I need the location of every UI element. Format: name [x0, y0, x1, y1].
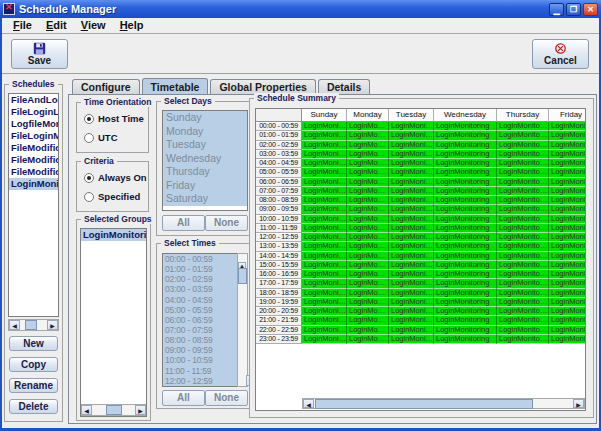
- time-item[interactable]: 07:00 - 07:59: [163, 325, 247, 335]
- scroll-left-arrow[interactable]: ◀: [81, 405, 92, 415]
- summary-row-label[interactable]: 21:00 - 21:59: [256, 316, 302, 325]
- summary-cell[interactable]: LoginMonitoring: [347, 178, 389, 187]
- summary-cell[interactable]: LoginMonitoring: [549, 168, 585, 177]
- summary-cell[interactable]: LoginMonitoring: [347, 307, 389, 316]
- summary-cell[interactable]: LoginMonitoring: [302, 298, 347, 307]
- menu-help[interactable]: Help: [113, 18, 151, 33]
- summary-row-label[interactable]: 01:00 - 01:59: [256, 131, 302, 140]
- summary-cell[interactable]: LoginMonitoring: [549, 279, 585, 288]
- day-item[interactable]: Wednesday: [163, 152, 247, 166]
- summary-cell[interactable]: LoginMonitoring: [347, 159, 389, 168]
- summary-cell[interactable]: LoginMonitoring: [434, 335, 497, 344]
- summary-row-label[interactable]: 12:00 - 12:59: [256, 233, 302, 242]
- menu-edit[interactable]: Edit: [39, 18, 74, 33]
- delete-button[interactable]: Delete: [9, 399, 58, 414]
- summary-cell[interactable]: LoginMonitoring: [497, 252, 549, 261]
- day-item[interactable]: Monday: [163, 125, 247, 139]
- summary-cell[interactable]: LoginMonitoring: [389, 178, 434, 187]
- summary-cell[interactable]: LoginMonitoring: [434, 122, 497, 131]
- summary-cell[interactable]: LoginMonitoring: [497, 298, 549, 307]
- summary-cell[interactable]: LoginMonitoring: [389, 122, 434, 131]
- groups-h-scrollbar[interactable]: ◀ ▶: [81, 404, 146, 416]
- summary-cell[interactable]: LoginMonitoring: [497, 150, 549, 159]
- schedule-list-item[interactable]: FileModificatio: [9, 142, 58, 154]
- summary-row-label[interactable]: 13:00 - 13:59: [256, 242, 302, 251]
- summary-cell[interactable]: LoginMonitoring: [497, 335, 549, 344]
- radio-utc[interactable]: UTC: [84, 132, 118, 143]
- time-item[interactable]: 10:00 - 10:59: [163, 355, 247, 365]
- time-item[interactable]: 00:00 - 00:59: [163, 254, 247, 264]
- summary-cell[interactable]: LoginMonitoring: [549, 150, 585, 159]
- summary-cell[interactable]: LoginMonitoring: [347, 205, 389, 214]
- summary-row-label[interactable]: 22:00 - 22:59: [256, 326, 302, 335]
- summary-cell[interactable]: LoginMonitoring: [347, 326, 389, 335]
- scroll-thumb[interactable]: [238, 268, 247, 284]
- summary-cell[interactable]: LoginMonitoring: [497, 159, 549, 168]
- summary-cell[interactable]: LoginMonitoring: [302, 224, 347, 233]
- summary-cell[interactable]: LoginMonitoring: [549, 187, 585, 196]
- summary-cell[interactable]: LoginMonitoring: [434, 131, 497, 140]
- summary-col-header[interactable]: Tuesday: [389, 109, 434, 122]
- summary-cell[interactable]: LoginMonitoring: [347, 270, 389, 279]
- summary-cell[interactable]: LoginMonitoring: [434, 187, 497, 196]
- summary-cell[interactable]: LoginMonitoring: [549, 242, 585, 251]
- summary-cell[interactable]: LoginMonitoring: [497, 224, 549, 233]
- summary-cell[interactable]: LoginMonitoring: [549, 270, 585, 279]
- summary-cell[interactable]: LoginMonitoring: [434, 242, 497, 251]
- summary-cell[interactable]: LoginMonitoring: [389, 270, 434, 279]
- copy-button[interactable]: Copy: [9, 357, 58, 372]
- summary-cell[interactable]: LoginMonitoring: [347, 335, 389, 344]
- day-item[interactable]: Sunday: [163, 111, 247, 125]
- summary-cell[interactable]: LoginMonitoring: [347, 196, 389, 205]
- summary-cell[interactable]: LoginMonitoring: [389, 279, 434, 288]
- rename-button[interactable]: Rename: [9, 378, 58, 393]
- summary-cell[interactable]: LoginMonitoring: [347, 242, 389, 251]
- summary-cell[interactable]: LoginMonitoring: [302, 326, 347, 335]
- summary-row-label[interactable]: 15:00 - 15:59: [256, 261, 302, 270]
- summary-cell[interactable]: LoginMonitoring: [497, 187, 549, 196]
- summary-cell[interactable]: LoginMonitoring: [434, 289, 497, 298]
- summary-cell[interactable]: LoginMonitoring: [302, 178, 347, 187]
- summary-cell[interactable]: LoginMonitoring: [347, 279, 389, 288]
- summary-cell[interactable]: LoginMonitoring: [389, 289, 434, 298]
- summary-cell[interactable]: LoginMonitoring: [434, 233, 497, 242]
- day-item[interactable]: Saturday: [163, 192, 247, 206]
- summary-cell[interactable]: LoginMonitoring: [389, 168, 434, 177]
- summary-row-label[interactable]: 16:00 - 16:59: [256, 270, 302, 279]
- schedules-h-scrollbar[interactable]: ◀ ▶: [8, 319, 59, 331]
- summary-cell[interactable]: LoginMonitoring: [302, 335, 347, 344]
- summary-cell[interactable]: LoginMonitoring: [347, 224, 389, 233]
- summary-row-label[interactable]: 00:00 - 00:59: [256, 122, 302, 131]
- summary-cell[interactable]: LoginMonitoring: [347, 131, 389, 140]
- summary-cell[interactable]: LoginMonitoring: [497, 279, 549, 288]
- summary-cell[interactable]: LoginMonitoring: [347, 233, 389, 242]
- summary-cell[interactable]: LoginMonitoring: [302, 270, 347, 279]
- summary-cell[interactable]: LoginMonitoring: [497, 168, 549, 177]
- summary-row-label[interactable]: 17:00 - 17:59: [256, 279, 302, 288]
- summary-cell[interactable]: LoginMonitoring: [389, 224, 434, 233]
- scroll-right-arrow[interactable]: ▶: [135, 405, 146, 415]
- summary-cell[interactable]: LoginMonitoring: [497, 178, 549, 187]
- summary-cell[interactable]: LoginMonitoring: [549, 316, 585, 325]
- summary-cell[interactable]: LoginMonitoring: [347, 187, 389, 196]
- summary-cell[interactable]: LoginMonitoring: [389, 205, 434, 214]
- summary-cell[interactable]: LoginMonitoring: [302, 261, 347, 270]
- times-v-scrollbar[interactable]: ▲ ▼: [237, 253, 248, 387]
- summary-cell[interactable]: LoginMonitoring: [389, 252, 434, 261]
- summary-cell[interactable]: LoginMonitoring: [302, 122, 347, 131]
- summary-cell[interactable]: LoginMonitoring: [347, 150, 389, 159]
- summary-col-header[interactable]: Thursday: [497, 109, 549, 122]
- days-none-button[interactable]: None: [205, 215, 248, 231]
- schedule-list-item[interactable]: LogfileMonitori: [9, 118, 58, 130]
- summary-cell[interactable]: LoginMonitoring: [549, 131, 585, 140]
- summary-cell[interactable]: LoginMonitoring: [347, 215, 389, 224]
- summary-cell[interactable]: LoginMonitoring: [549, 205, 585, 214]
- schedule-list-item[interactable]: FileLoginLogfil: [9, 106, 58, 118]
- times-all-button[interactable]: All: [162, 390, 205, 406]
- summary-row-label[interactable]: 03:00 - 03:59: [256, 150, 302, 159]
- schedule-list-item[interactable]: FileModificatio: [9, 166, 58, 178]
- summary-cell[interactable]: LoginMonitoring: [302, 316, 347, 325]
- radio-always-on[interactable]: Always On: [84, 172, 147, 183]
- summary-row-label[interactable]: 14:00 - 14:59: [256, 252, 302, 261]
- summary-cell[interactable]: LoginMonitoring: [497, 261, 549, 270]
